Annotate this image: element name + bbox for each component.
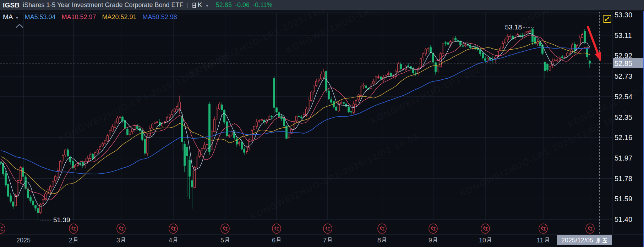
candle <box>40 203 42 214</box>
price-change-percent: -0.11% <box>253 1 273 9</box>
period-selector[interactable]: K <box>191 1 202 9</box>
candle <box>211 129 213 150</box>
high-price-label: 53.18 <box>505 23 522 31</box>
period-text: K <box>198 1 202 9</box>
candle <box>311 91 312 101</box>
svg-text:11: 11 <box>537 237 544 244</box>
price-change: -0.06 <box>235 1 250 9</box>
ma-dropdown[interactable]: MA ▼ <box>3 13 19 21</box>
price-tick-label: 51.78 <box>615 175 632 183</box>
svg-text:2025/12/05: 2025/12/05 <box>561 237 593 244</box>
svg-text:3: 3 <box>116 237 120 244</box>
collapse-indicator-button[interactable] <box>16 23 23 30</box>
candle <box>94 151 96 160</box>
chevron-down-icon: ▼ <box>15 15 19 20</box>
price-tick-label: 51.40 <box>615 215 632 223</box>
candle <box>144 139 146 156</box>
candle <box>253 125 255 130</box>
ma-values: MA5:53.04MA10:52.97MA20:52.91MA50:52.98 <box>24 13 183 21</box>
price-tick-label: 53.11 <box>615 32 632 39</box>
low-price-label: 51.39 <box>53 216 70 224</box>
candle <box>584 29 586 44</box>
candle <box>442 43 444 54</box>
ma-value-1: MA5:53.04 <box>24 13 55 21</box>
stock-chart-window: IGSB iShares 1-5 Year Investment Grade C… <box>0 0 644 247</box>
price-tick-label: 51.59 <box>615 195 632 203</box>
current-price-chip-text: 52.85 <box>615 60 632 67</box>
cjk-glyph-container <box>191 2 197 8</box>
candle <box>60 160 61 172</box>
svg-text:9: 9 <box>429 237 432 244</box>
ma-value-4: MA50:52.98 <box>143 13 177 21</box>
ma-dropdown-label: MA <box>3 13 13 21</box>
candle <box>276 107 278 113</box>
instrument-name: iShares 1-5 Year Investment Grade Corpor… <box>23 1 183 9</box>
price-tick-label: 52.16 <box>615 134 632 141</box>
title-bar: IGSB iShares 1-5 Year Investment Grade C… <box>0 0 644 11</box>
chevron-down-icon[interactable]: ▼ <box>205 3 209 8</box>
selected-date-chip: 2025/12/05 <box>557 235 612 245</box>
price-tick-label: 53.30 <box>615 11 632 19</box>
svg-text:10: 10 <box>479 237 486 244</box>
candle <box>328 89 330 100</box>
ma-value-2: MA10:52.97 <box>61 13 96 21</box>
ma-indicator-bar: MA ▼ MA5:53.04MA10:52.97MA20:52.91MA50:5… <box>3 13 183 21</box>
candle <box>196 155 198 170</box>
candle <box>542 44 544 55</box>
candle <box>251 129 253 141</box>
candle <box>226 121 228 137</box>
price-tick-label: 51.97 <box>615 154 632 162</box>
quote-summary: 52.85 -0.06 -0.11% <box>216 1 273 9</box>
svg-text:7: 7 <box>323 237 327 244</box>
price-tick-label: 52.73 <box>615 72 632 80</box>
candle <box>7 184 9 197</box>
price-tick-label: 52.54 <box>615 93 632 101</box>
candle <box>440 52 442 68</box>
svg-text:5: 5 <box>220 237 224 244</box>
price-tick-label: 52.35 <box>615 113 632 121</box>
candlestick-chart-canvas[interactable]: KONGWEIZHUO-LP1-2025/12/02 16:03KONGWEIZ… <box>0 11 644 247</box>
month-label: 2025 <box>16 237 31 244</box>
svg-text:2: 2 <box>69 237 72 244</box>
ticker-symbol: IGSB <box>3 1 20 9</box>
candle <box>224 110 225 124</box>
cjk-glyph-日 <box>193 3 196 8</box>
chevron-up-icon <box>16 23 23 28</box>
svg-text:8: 8 <box>377 237 381 244</box>
ma-value-3: MA20:52.91 <box>102 13 137 21</box>
last-price: 52.85 <box>216 1 232 9</box>
title-separator: | <box>187 2 188 9</box>
svg-text:6: 6 <box>272 237 275 244</box>
svg-text:4: 4 <box>169 237 172 244</box>
